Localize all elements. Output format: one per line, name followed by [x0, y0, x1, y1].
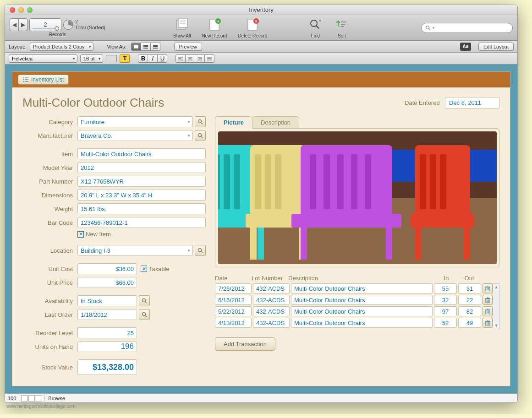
status-icon-1[interactable]: [21, 395, 27, 402]
last-order-search-button[interactable]: [139, 309, 150, 320]
svg-line-46: [145, 315, 147, 317]
text-highlight[interactable]: T: [120, 54, 130, 63]
bold-button[interactable]: B: [138, 54, 148, 63]
svg-point-45: [143, 313, 146, 316]
tx-in[interactable]: 52: [434, 318, 457, 328]
tx-date[interactable]: 7/26/2012: [215, 283, 252, 293]
size-select[interactable]: 16 pt: [80, 54, 103, 63]
sort-group[interactable]: Sort: [334, 17, 350, 38]
units-on-hand-field[interactable]: 196: [77, 341, 137, 352]
preview-button[interactable]: Preview: [174, 43, 202, 51]
tx-desc[interactable]: Multi-Color Outdoor Chairs: [291, 295, 433, 305]
scroll-down-icon[interactable]: ▼: [493, 322, 499, 329]
formatting-toggle[interactable]: Aa: [460, 43, 471, 51]
part-number-field[interactable]: X12-77658WYR: [77, 176, 206, 187]
tx-out[interactable]: 82: [458, 306, 481, 316]
tx-desc[interactable]: Multi-Color Outdoor Chairs: [291, 306, 433, 316]
tx-in[interactable]: 55: [434, 283, 457, 293]
taxable-checkbox[interactable]: ✕: [141, 266, 147, 272]
location-field[interactable]: Building I-3: [77, 245, 193, 256]
app-window: Inventory ◀ ▶ 2 2 Total (Sorted) Records: [5, 5, 518, 403]
unit-price-field[interactable]: $68.00: [77, 277, 137, 288]
page: Inventory List Multi-Color Outdoor Chair…: [12, 71, 510, 386]
fill-color[interactable]: [106, 55, 117, 62]
delete-row-button[interactable]: [483, 295, 493, 305]
last-order-field[interactable]: 1/18/2012: [77, 309, 137, 320]
tx-lot[interactable]: 432-ACDS: [253, 306, 290, 316]
view-list-button[interactable]: [141, 43, 151, 51]
minimize-button[interactable]: [18, 7, 24, 13]
zoom-level[interactable]: 100: [5, 396, 19, 401]
product-photo[interactable]: [218, 131, 497, 264]
manufacturer-search-button[interactable]: [195, 130, 206, 141]
search-input[interactable]: [436, 25, 509, 31]
next-record-button[interactable]: ▶: [18, 18, 27, 31]
tx-lot[interactable]: 432-ACDS: [253, 283, 290, 293]
tx-in[interactable]: 32: [434, 295, 457, 305]
find-group[interactable]: ▾ Find: [307, 17, 323, 38]
align-right-button[interactable]: [195, 54, 205, 63]
align-center-button[interactable]: [185, 54, 195, 63]
status-icon-2[interactable]: [28, 395, 35, 402]
delete-row-button[interactable]: [483, 306, 493, 316]
tx-out[interactable]: 22: [458, 295, 481, 305]
font-select[interactable]: Helvetica: [9, 54, 77, 63]
category-search-button[interactable]: [195, 116, 206, 127]
date-entered-field[interactable]: Dec 8, 2011: [445, 97, 500, 109]
found-set-pie-icon[interactable]: [63, 20, 73, 30]
reorder-level-field[interactable]: 25: [77, 327, 137, 338]
view-table-button[interactable]: [150, 43, 160, 51]
tx-out[interactable]: 49: [458, 318, 481, 328]
record-slider[interactable]: 2: [29, 18, 61, 31]
delete-row-button[interactable]: [483, 318, 493, 328]
scroll-up-icon[interactable]: ▲: [493, 284, 499, 290]
underline-button[interactable]: U: [157, 54, 167, 63]
delete-record-group[interactable]: ✕ Delete Record: [238, 17, 267, 38]
tx-desc[interactable]: Multi-Color Outdoor Chairs: [291, 318, 433, 328]
model-year-field[interactable]: 2012: [77, 162, 206, 173]
tab-description[interactable]: Description: [252, 116, 299, 129]
tx-lot[interactable]: 432-ACDS: [253, 295, 290, 305]
status-icon-3[interactable]: [36, 395, 42, 402]
new-record-group[interactable]: + New Record: [202, 17, 227, 38]
prev-record-button[interactable]: ◀: [10, 18, 19, 31]
view-form-button[interactable]: [131, 43, 141, 51]
zoom-button[interactable]: [27, 7, 33, 13]
layout-select[interactable]: Product Details 2 Copy: [30, 43, 93, 51]
search-box[interactable]: ▾: [421, 23, 513, 33]
tx-out[interactable]: 31: [458, 283, 481, 293]
edit-layout-button[interactable]: Edit Layout: [478, 43, 514, 51]
align-left-button[interactable]: [176, 54, 186, 63]
scrollbar[interactable]: ▲ ▼: [493, 283, 500, 329]
right-column: Picture Description: [215, 116, 500, 378]
inventory-list-button[interactable]: Inventory List: [18, 75, 69, 85]
tab-picture[interactable]: Picture: [215, 116, 252, 129]
svg-text:✕: ✕: [254, 19, 258, 24]
item-field[interactable]: Multi-Color Outdoor Chairs: [77, 148, 206, 159]
barcode-field[interactable]: 123456-789012-1: [77, 217, 206, 228]
tx-date[interactable]: 6/16/2012: [215, 295, 252, 305]
tx-in[interactable]: 97: [434, 306, 457, 316]
tx-date[interactable]: 5/22/2012: [215, 306, 252, 316]
dimensions-field[interactable]: 20.9" L x 23.3" W x 35.4" H: [77, 190, 206, 201]
show-all-group[interactable]: Show All: [173, 17, 191, 38]
new-item-checkbox[interactable]: ✕: [77, 231, 84, 238]
align-justify-button[interactable]: [204, 54, 214, 63]
availability-search-button[interactable]: [139, 295, 150, 306]
availability-field[interactable]: In Stock: [77, 295, 137, 306]
add-transaction-button[interactable]: Add Transaction: [215, 337, 275, 351]
tx-date[interactable]: 4/13/2012: [215, 318, 252, 328]
tx-lot[interactable]: 432-ACDS: [253, 318, 290, 328]
transaction-header: Date Lot Number Description In Out: [215, 273, 500, 283]
weight-field[interactable]: 15.61 lbs.: [77, 203, 206, 214]
italic-button[interactable]: I: [148, 54, 158, 63]
manufacturer-field[interactable]: Bravera Co.: [77, 130, 193, 141]
delete-row-button[interactable]: [483, 283, 493, 293]
location-search-button[interactable]: [195, 245, 206, 256]
unit-cost-field[interactable]: $36.00: [77, 263, 137, 274]
svg-point-39: [198, 134, 202, 137]
tx-desc[interactable]: Multi-Color Outdoor Chairs: [291, 283, 433, 293]
category-field[interactable]: Furniture: [77, 116, 193, 127]
close-button[interactable]: [10, 7, 15, 13]
svg-point-43: [143, 299, 146, 302]
